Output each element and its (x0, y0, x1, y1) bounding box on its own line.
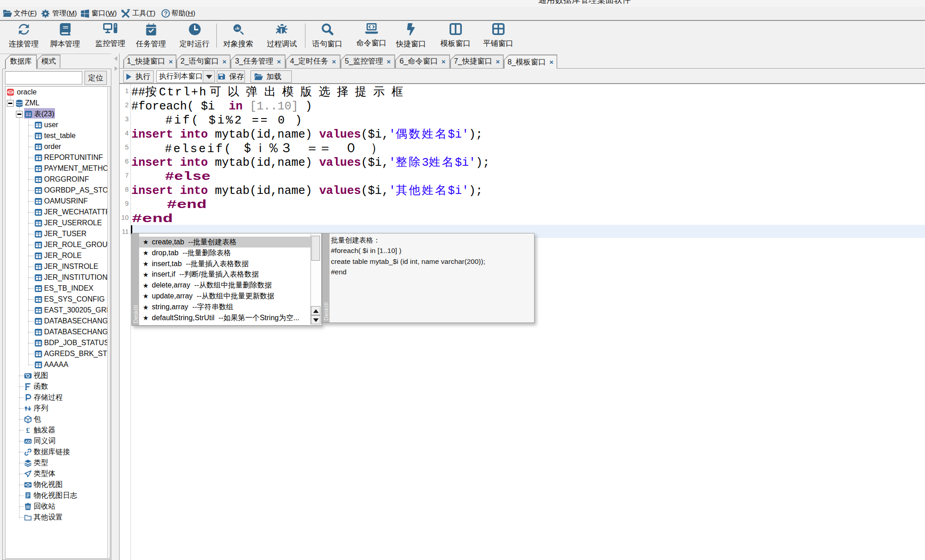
svg-text:?: ? (164, 10, 167, 17)
